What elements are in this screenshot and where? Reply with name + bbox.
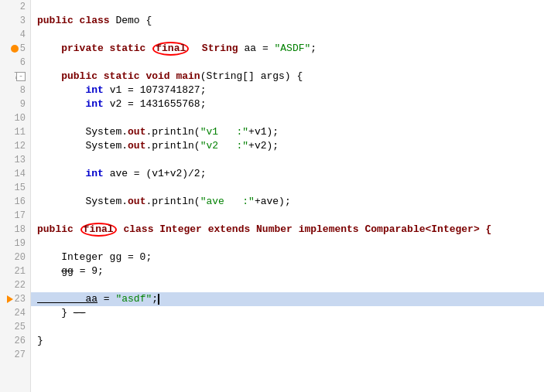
code-line-16[interactable]: System.out.println("ave :"+ave); (31, 195, 544, 209)
underlined-var: aa (37, 292, 98, 306)
code-line-9[interactable]: int v2 = 1431655768; (31, 97, 544, 111)
code-area[interactable]: public class Demo { private static final… (31, 0, 544, 392)
code-line-8[interactable]: int v1 = 1073741827; (31, 84, 544, 97)
line-number-22: 22 (0, 278, 30, 292)
line-number-14: 14 (0, 167, 30, 181)
line-number-17: 17 (0, 209, 30, 223)
code-line-18[interactable]: public final class Integer extends Numbe… (31, 223, 544, 237)
line-number-16: 16 (0, 195, 30, 209)
line-number-5: 5 (0, 42, 30, 56)
line-number-4: 4 (0, 28, 30, 42)
code-line-20[interactable]: Integer gg = 0; (31, 251, 544, 264)
code-line-19[interactable] (31, 237, 544, 251)
code-line-24[interactable]: } -- (31, 306, 544, 320)
code-line-11[interactable]: System.out.println("v1 :"+v1); (31, 125, 544, 139)
code-line-21[interactable]: gg = 9; (31, 264, 544, 278)
line-number-6: 6 (0, 56, 30, 70)
text-cursor (158, 294, 159, 305)
code-line-5[interactable]: private static final String aa = "ASDF"; (31, 42, 544, 56)
line-number-10: 10 (0, 111, 30, 125)
line-number-11: 11 (0, 125, 30, 139)
line-number-15: 15 (0, 181, 30, 195)
line-number-23: 23 (0, 292, 30, 306)
code-line-3[interactable]: public class Demo { (31, 14, 544, 28)
fold-icon[interactable]: - (16, 72, 26, 81)
line-number-20: 20 (0, 251, 30, 264)
line-number-9: 9 (0, 97, 30, 111)
line-number-2: 2 (0, 0, 30, 14)
code-line-23[interactable]: aa = "asdf"; (31, 292, 544, 306)
code-line-27[interactable] (31, 348, 544, 362)
circle-highlight: final (80, 223, 117, 237)
line-number-7: 7- (0, 70, 30, 84)
code-line-2[interactable] (31, 0, 544, 14)
line-number-3: 3 (0, 14, 30, 28)
code-line-6[interactable] (31, 56, 544, 70)
code-line-7[interactable]: public static void main(String[] args) { (31, 70, 544, 84)
code-line-26[interactable]: } (31, 334, 544, 348)
line-number-25: 25 (0, 320, 30, 334)
code-line-25[interactable] (31, 320, 544, 334)
code-line-13[interactable] (31, 153, 544, 167)
line-number-24: 24 (0, 306, 30, 320)
line-number-13: 13 (0, 153, 30, 167)
circle-highlight: final (152, 42, 189, 56)
breakpoint-icon (11, 45, 19, 53)
line-number-18: 18 (0, 223, 30, 237)
code-line-14[interactable]: int ave = (v1+v2)/2; (31, 167, 544, 181)
code-line-12[interactable]: System.out.println("v2 :"+v2); (31, 139, 544, 153)
code-line-4[interactable] (31, 28, 544, 42)
execution-arrow-icon (7, 295, 13, 303)
line-number-26: 26 (0, 334, 30, 348)
code-line-10[interactable] (31, 111, 544, 125)
line-number-12: 12 (0, 139, 30, 153)
code-editor: 234567-891011121314151617181920212223242… (0, 0, 544, 392)
code-line-22[interactable] (31, 278, 544, 292)
line-number-19: 19 (0, 237, 30, 251)
line-gutter: 234567-891011121314151617181920212223242… (0, 0, 31, 392)
code-line-15[interactable] (31, 181, 544, 195)
line-number-8: 8 (0, 84, 30, 97)
line-number-27: 27 (0, 348, 30, 362)
code-line-17[interactable] (31, 209, 544, 223)
line-number-21: 21 (0, 264, 30, 278)
